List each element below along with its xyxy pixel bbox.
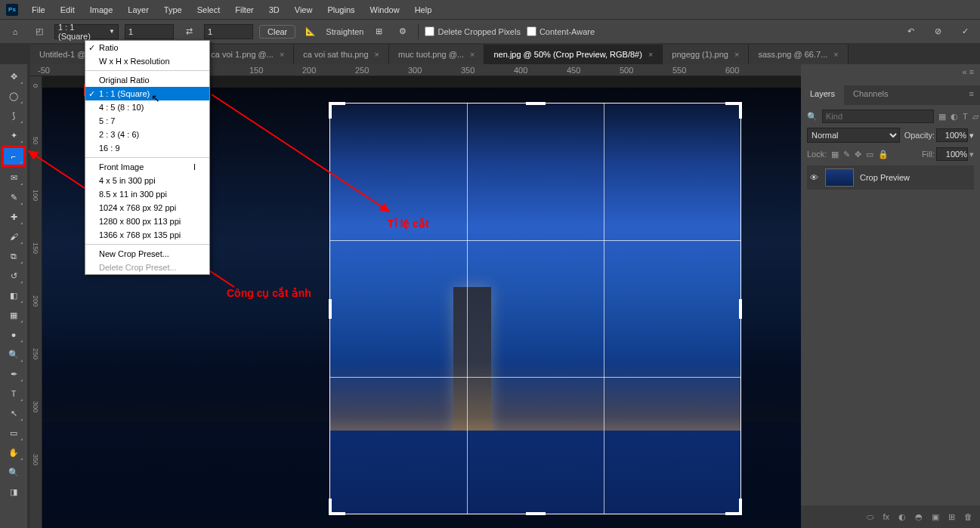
dd-new-preset[interactable]: New Crop Preset... xyxy=(85,247,209,261)
cancel-icon[interactable]: ⊘ xyxy=(929,23,947,41)
menu-3d[interactable]: 3D xyxy=(263,3,286,17)
crop-box[interactable] xyxy=(329,103,741,514)
panel-menu-icon[interactable]: ≡ xyxy=(963,85,980,105)
close-icon[interactable]: × xyxy=(470,50,475,59)
dd-preset-1024[interactable]: 1024 x 768 px 92 ppi xyxy=(85,201,209,215)
content-aware-checkbox[interactable]: Content-Aware xyxy=(527,26,595,36)
blur-tool[interactable]: ● xyxy=(3,326,24,344)
commit-icon[interactable]: ✓ xyxy=(956,23,974,41)
dd-ratio[interactable]: Ratio xyxy=(85,41,209,54)
fill-input[interactable] xyxy=(936,147,968,161)
layer-row[interactable]: 👁 Crop Preview xyxy=(807,165,974,190)
crop-tool[interactable]: ⌐ xyxy=(2,146,26,167)
tab-sass[interactable]: sass.png @ 66.7...× xyxy=(749,45,848,64)
filter-pixel-icon[interactable]: ▦ xyxy=(938,112,946,122)
zoom-tool[interactable]: 🔍 xyxy=(3,463,24,481)
shape-tool[interactable]: ▭ xyxy=(3,424,24,442)
eyedropper-tool[interactable]: ✎ xyxy=(3,188,24,206)
dodge-tool[interactable]: 🔍 xyxy=(3,345,24,363)
menu-file[interactable]: File xyxy=(26,3,51,17)
layer-thumbnail[interactable] xyxy=(825,168,854,187)
tab-cavoisatthu[interactable]: ca voi sat thu.png× xyxy=(294,45,389,64)
swap-icon[interactable]: ⇄ xyxy=(180,23,198,41)
panel-collapse-icon[interactable]: « ≡ xyxy=(801,64,980,85)
heal-tool[interactable]: ✚ xyxy=(3,208,24,226)
layer-name[interactable]: Crop Preview xyxy=(860,173,910,182)
reset-icon[interactable]: ↶ xyxy=(901,23,920,41)
new-layer-icon[interactable]: ⊞ xyxy=(948,512,955,522)
dd-preset-85x11[interactable]: 8.5 x 11 in 300 ppi xyxy=(85,187,209,201)
lasso-tool[interactable]: ⟆ xyxy=(3,107,24,125)
dd-1-1[interactable]: 1 : 1 (Square) xyxy=(85,87,209,100)
menu-help[interactable]: Help xyxy=(409,3,438,17)
lock-artboard-icon[interactable]: ▭ xyxy=(866,150,873,159)
blend-mode-select[interactable]: Normal xyxy=(807,128,900,143)
menu-window[interactable]: Window xyxy=(364,3,406,17)
crop-tool-icon[interactable]: ◰ xyxy=(30,23,48,41)
menu-image[interactable]: Image xyxy=(84,3,119,17)
tab-pngegg[interactable]: pngegg (1).png× xyxy=(663,45,749,64)
close-icon[interactable]: × xyxy=(375,50,379,59)
frame-tool[interactable]: ✉ xyxy=(3,168,24,187)
kind-filter-input[interactable] xyxy=(822,110,934,123)
visibility-icon[interactable]: 👁 xyxy=(808,173,819,182)
dd-preset-1366[interactable]: 1366 x 768 px 135 ppi xyxy=(85,228,209,242)
close-icon[interactable]: × xyxy=(648,50,653,59)
opacity-input[interactable] xyxy=(936,128,968,142)
move-tool[interactable]: ✥ xyxy=(3,67,24,85)
menu-type[interactable]: Type xyxy=(158,3,188,17)
clear-button[interactable]: Clear xyxy=(259,25,295,39)
ratio-dropdown[interactable]: 1 : 1 (Square) ▼ xyxy=(54,24,119,39)
path-select-tool[interactable]: ↖ xyxy=(3,404,24,422)
tab-layers[interactable]: Layers xyxy=(801,85,844,105)
filter-shape-icon[interactable]: ▱ xyxy=(972,112,978,122)
height-input[interactable] xyxy=(204,24,253,39)
menu-filter[interactable]: Filter xyxy=(229,3,259,17)
group-icon[interactable]: ▣ xyxy=(932,512,939,522)
tab-nen[interactable]: nen.jpg @ 50% (Crop Preview, RGB/8#)× xyxy=(484,45,663,64)
lock-brush-icon[interactable]: ✎ xyxy=(843,150,850,159)
color-swatch[interactable]: ◨ xyxy=(3,483,24,501)
stamp-tool[interactable]: ⧉ xyxy=(3,247,24,265)
dd-5-7[interactable]: 5 : 7 xyxy=(85,114,209,128)
menu-edit[interactable]: Edit xyxy=(54,3,81,17)
fx-icon[interactable]: fx xyxy=(883,512,889,521)
mask-icon[interactable]: ◐ xyxy=(898,512,906,522)
type-tool[interactable]: T xyxy=(3,384,24,403)
filter-type-icon[interactable]: T xyxy=(963,112,968,122)
dd-preset-4x5[interactable]: 4 x 5 in 300 ppi xyxy=(85,174,209,187)
filter-adjust-icon[interactable]: ◐ xyxy=(951,112,958,122)
close-icon[interactable]: × xyxy=(280,50,284,59)
dd-preset-1280[interactable]: 1280 x 800 px 113 ppi xyxy=(85,215,209,228)
lock-pixels-icon[interactable]: ▦ xyxy=(831,150,839,159)
trash-icon[interactable]: 🗑 xyxy=(964,512,972,521)
tab-cavoi1[interactable]: ca voi 1.png @...× xyxy=(202,45,294,64)
ratio-dropdown-menu[interactable]: Ratio W x H x Resolution Original Ratio … xyxy=(85,40,210,275)
straighten-icon[interactable]: 📐 xyxy=(301,23,320,41)
overlay-grid-icon[interactable]: ⊞ xyxy=(369,23,388,41)
dd-front-image[interactable]: Front ImageI xyxy=(85,160,209,174)
hand-tool[interactable]: ✋ xyxy=(3,443,24,462)
menu-select[interactable]: Select xyxy=(191,3,227,17)
home-icon[interactable]: ⌂ xyxy=(6,23,24,41)
gradient-tool[interactable]: ▦ xyxy=(3,306,24,324)
pen-tool[interactable]: ✒ xyxy=(3,365,24,383)
tab-channels[interactable]: Channels xyxy=(844,85,897,105)
close-icon[interactable]: × xyxy=(833,50,838,59)
delete-cropped-checkbox[interactable]: Delete Cropped Pixels xyxy=(425,26,520,36)
link-layers-icon[interactable]: ⬭ xyxy=(867,512,873,522)
brush-tool[interactable]: 🖌 xyxy=(3,227,24,245)
wand-tool[interactable]: ✦ xyxy=(3,126,24,144)
dd-4-5[interactable]: 4 : 5 (8 : 10) xyxy=(85,100,209,114)
eraser-tool[interactable]: ◧ xyxy=(3,286,24,304)
dd-original[interactable]: Original Ratio xyxy=(85,73,209,87)
dd-16-9[interactable]: 16 : 9 xyxy=(85,141,209,155)
adjustment-icon[interactable]: ◓ xyxy=(915,512,923,522)
menu-layer[interactable]: Layer xyxy=(122,3,155,17)
close-icon[interactable]: × xyxy=(734,50,739,59)
lock-all-icon[interactable]: 🔒 xyxy=(878,150,889,159)
lock-position-icon[interactable]: ✥ xyxy=(855,150,861,159)
dd-whres[interactable]: W x H x Resolution xyxy=(85,54,209,68)
menu-plugins[interactable]: Plugins xyxy=(321,3,360,17)
gear-icon[interactable]: ⚙ xyxy=(394,23,412,41)
